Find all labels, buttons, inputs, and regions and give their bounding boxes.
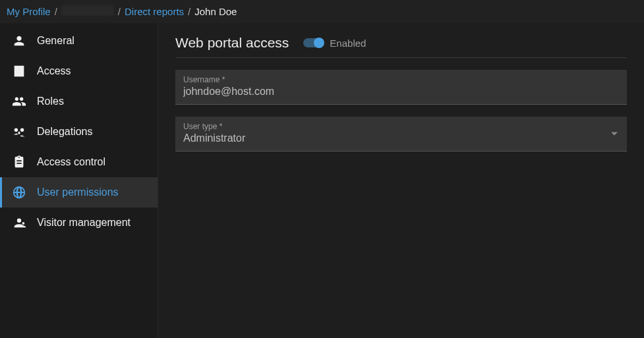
username-field[interactable]: Username * [175, 70, 627, 105]
usertype-value: Administrator [183, 132, 619, 144]
sidebar-item-label: Roles [37, 96, 64, 107]
enabled-toggle[interactable] [303, 38, 323, 47]
breadcrumb-separator: / [188, 6, 190, 17]
sidebar-item-label: User permissions [37, 186, 119, 198]
sidebar-item-user-permissions[interactable]: User permissions [0, 177, 158, 208]
sidebar-item-label: Delegations [37, 126, 93, 138]
sidebar-item-label: Visitor management [37, 217, 131, 229]
breadcrumb-link-directreports[interactable]: Direct reports [125, 6, 184, 17]
group-icon [12, 94, 26, 109]
breadcrumb: My Profile / / Direct reports / John Doe [0, 0, 644, 23]
building-icon [12, 64, 26, 78]
main-panel: Web portal access Enabled Username * Use… [158, 23, 644, 338]
breadcrumb-link-obscured[interactable] [61, 5, 114, 18]
toggle-wrap: Enabled [303, 38, 366, 49]
sidebar-item-access-control[interactable]: Access control [0, 147, 158, 177]
visitor-icon [12, 215, 26, 230]
breadcrumb-current: John Doe [194, 6, 237, 17]
sidebar-item-label: General [37, 35, 74, 47]
person-icon [12, 34, 26, 48]
section-header: Web portal access Enabled [175, 35, 627, 58]
username-input[interactable] [183, 86, 619, 98]
sidebar-item-access[interactable]: Access [0, 56, 158, 86]
sidebar-item-general[interactable]: General [0, 26, 158, 56]
handoff-icon [12, 125, 26, 139]
section-title: Web portal access [175, 35, 289, 51]
username-label: Username * [183, 75, 619, 84]
chevron-down-icon [611, 132, 618, 136]
clipboard-icon [12, 155, 26, 169]
sidebar-item-label: Access control [37, 156, 105, 168]
globe-icon [12, 185, 26, 200]
breadcrumb-link-myprofile[interactable]: My Profile [7, 6, 51, 17]
breadcrumb-separator: / [55, 6, 57, 17]
usertype-field[interactable]: User type * Administrator [175, 117, 627, 152]
toggle-label: Enabled [330, 38, 366, 49]
breadcrumb-separator: / [118, 6, 121, 17]
sidebar-item-roles[interactable]: Roles [0, 86, 158, 117]
sidebar-item-visitor-management[interactable]: Visitor management [0, 208, 158, 238]
usertype-label: User type * [183, 122, 619, 131]
sidebar-item-delegations[interactable]: Delegations [0, 117, 158, 147]
toggle-knob [314, 38, 324, 48]
sidebar: General Access Roles Delegations Access [0, 23, 158, 338]
sidebar-item-label: Access [37, 65, 71, 77]
